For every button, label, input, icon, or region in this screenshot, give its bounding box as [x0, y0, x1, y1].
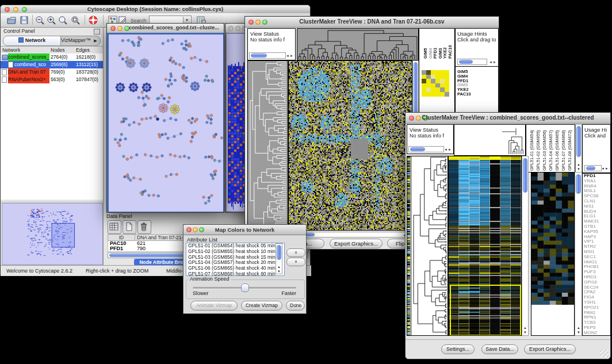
zoom-heatmap-panel[interactable] — [531, 172, 575, 336]
gene-label[interactable]: MSL1 — [583, 189, 610, 194]
row-dendrogram-canvas[interactable] — [248, 61, 288, 230]
gene-label[interactable]: PFD1 — [583, 174, 610, 179]
column-dendrogram-panel[interactable] — [297, 28, 419, 60]
zoom-in-icon[interactable] — [46, 15, 56, 25]
scroll-right-icon[interactable]: ► — [290, 54, 293, 58]
titlebar[interactable]: ClusterMaker TreeView : DNA and Tran 07-… — [245, 17, 499, 28]
scroll-up-icon[interactable]: ▲ — [523, 326, 527, 329]
network-overview-canvas[interactable] — [2, 204, 101, 263]
gene-label[interactable]: PAN1 — [583, 311, 610, 316]
gene-label[interactable]: HRD3 — [583, 275, 610, 280]
main-titlebar[interactable]: Cytoscape Desktop (Session Name: collins… — [1, 5, 310, 14]
gene-label[interactable]: KAP95 — [583, 229, 610, 235]
gene-label[interactable]: CPA2 — [583, 290, 610, 295]
help-ring-icon[interactable] — [88, 15, 98, 25]
open-folder-icon[interactable] — [6, 15, 17, 25]
selection-rectangle[interactable] — [450, 285, 521, 336]
heatmap-panel[interactable] — [448, 156, 522, 336]
export-graphics-button[interactable]: Export Graphics... — [330, 239, 382, 248]
zoom-actual-icon[interactable] — [58, 15, 68, 25]
close-icon[interactable] — [228, 26, 234, 31]
tab-vizmapper[interactable]: VizMapper™ — [61, 36, 91, 45]
gene-label[interactable]: BUD4 — [583, 209, 610, 214]
heatmap-panel[interactable] — [288, 60, 412, 231]
scrollbar-thumb[interactable] — [576, 174, 581, 194]
select-attributes-button[interactable] — [108, 220, 121, 234]
scroll-up-icon[interactable]: ▲ — [577, 163, 580, 166]
minimize-icon[interactable] — [235, 26, 240, 31]
network-overview-panel[interactable] — [2, 203, 103, 265]
scroll-left-icon[interactable]: ◄ — [601, 167, 605, 170]
usage-hints-hscrollbar[interactable] — [584, 165, 602, 171]
row-dendrogram-canvas[interactable] — [411, 156, 447, 335]
save-data-button[interactable]: Save Data... — [481, 344, 518, 354]
gene-label[interactable]: FIG4 — [583, 295, 610, 300]
gene-label[interactable]: PUF3 — [583, 270, 610, 275]
row-dendrogram-panel[interactable] — [247, 60, 288, 231]
gene-label[interactable]: ELG1 — [583, 214, 610, 219]
move-down-button[interactable]: ∨ — [286, 258, 305, 266]
gene-label[interactable]: NIS1 — [583, 204, 610, 209]
network-row[interactable]: RNAPuberNov2+563(0)107847(0) — [1, 76, 103, 83]
attribute-list-vscrollbar[interactable]: ▲ ▼ — [276, 243, 282, 274]
row-dendrogram-panel[interactable] — [411, 156, 448, 336]
gene-label[interactable]: PEP5 — [583, 325, 610, 331]
gene-label[interactable]: SEC24 — [583, 285, 610, 290]
gene-label[interactable]: NTR2 — [583, 244, 610, 250]
scrollbar-thumb[interactable] — [251, 53, 267, 58]
tab-overflow-arrow[interactable]: ▶ — [91, 36, 100, 45]
export-graphics-button[interactable]: Export Graphics... — [524, 344, 576, 354]
speed-slider-handle[interactable] — [241, 283, 249, 292]
gene-label[interactable]: YSH1 — [583, 300, 610, 305]
cluster-matrix[interactable] — [422, 70, 449, 97]
scroll-up-icon[interactable]: ▲ — [277, 265, 281, 269]
gene-label[interactable]: GPI16 — [583, 280, 610, 285]
scroll-left-icon[interactable]: ◄ — [444, 148, 447, 151]
view-status-hscrollbar[interactable] — [408, 146, 444, 152]
zoom-heatmap-canvas[interactable] — [531, 173, 574, 305]
heatmap-vscrollbar[interactable]: ▲ ▼ — [522, 156, 529, 336]
scroll-down-icon[interactable]: ▼ — [577, 331, 580, 334]
scroll-down-icon[interactable]: ▼ — [577, 167, 580, 171]
gene-label[interactable]: MSI1 — [583, 250, 610, 255]
scrollbar-thumb[interactable] — [523, 158, 527, 193]
gene-label[interactable]: MON2 — [583, 331, 610, 336]
scroll-down-icon[interactable]: ▼ — [277, 270, 281, 273]
attribute-list[interactable]: GPL51-01 (GSM854) heat shock 05 minGPL51… — [186, 243, 285, 276]
heatmap-canvas[interactable] — [289, 61, 412, 230]
gene-label[interactable]: CLN1 — [583, 199, 610, 204]
save-icon[interactable] — [19, 15, 29, 25]
attribute-list-item[interactable]: GPL51-07 (GSM868) heat shock 60 min — [186, 271, 284, 276]
gene-label[interactable]: RNR4 — [583, 184, 610, 189]
gene-label[interactable]: HMG1 — [583, 260, 610, 265]
usage-hints-hscrollbar[interactable] — [457, 59, 487, 65]
done-button[interactable]: Done — [286, 301, 305, 311]
view-status-hscrollbar[interactable] — [249, 52, 286, 59]
titlebar[interactable]: Map Colors to Network — [183, 225, 306, 235]
gene-label[interactable]: VIP1 — [583, 239, 610, 244]
tab-network[interactable]: Network — [3, 36, 61, 45]
animate-vizmap-button[interactable]: Animate Vizmap — [190, 301, 238, 311]
zoom-fit-icon[interactable] — [70, 15, 81, 25]
gene-label[interactable]: TCB3 — [583, 320, 610, 325]
column-labels-vscrollbar[interactable]: ▲ ▼ — [575, 124, 582, 173]
network-graph-canvas[interactable] — [109, 35, 223, 212]
gene-label[interactable]: GTB1 — [583, 224, 610, 229]
gene-label[interactable]: SEC1 — [583, 255, 610, 260]
scrollbar-thumb[interactable] — [410, 147, 425, 151]
scrollbar-thumb[interactable] — [459, 60, 473, 64]
scroll-right-icon[interactable]: ► — [493, 60, 496, 64]
scroll-down-icon[interactable]: ▼ — [523, 331, 527, 334]
new-attribute-button[interactable] — [123, 220, 136, 234]
gene-label[interactable]: SPC98 — [583, 194, 610, 199]
move-up-button[interactable]: ∧ — [286, 248, 305, 257]
create-vizmap-button[interactable]: Create Vizmap — [241, 301, 282, 311]
scroll-left-icon[interactable]: ◄ — [286, 54, 289, 58]
zoom-vscrollbar[interactable]: ▲ ▼ — [575, 172, 582, 336]
network-row[interactable]: combined_sco2569(6)13112(15) — [1, 61, 103, 68]
scroll-right-icon[interactable]: ► — [605, 167, 609, 170]
network-row[interactable]: DNA and Tran 07769(0)183728(0) — [1, 68, 103, 76]
scroll-left-icon[interactable]: ◄ — [489, 60, 492, 64]
gene-label[interactable]: RPN1 — [583, 315, 610, 320]
resize-grip[interactable] — [600, 349, 609, 357]
